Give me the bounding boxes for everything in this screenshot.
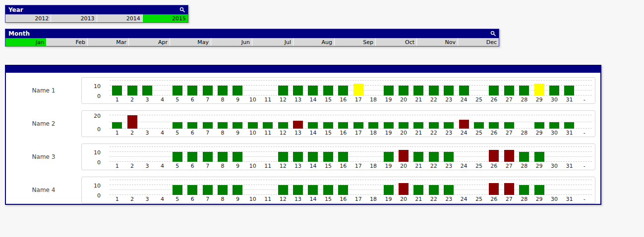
bar-day-21[interactable] [413,152,423,162]
bar-day-5[interactable] [173,152,182,162]
bar-day-5[interactable] [173,185,182,195]
bar-day-13[interactable] [293,86,303,95]
listbox-value-aug[interactable]: Aug [293,38,335,46]
bar-day-8[interactable] [218,86,228,95]
bar-day-7[interactable] [203,86,213,95]
listbox-value-nov[interactable]: Nov [417,38,458,46]
listbox-value-dec[interactable]: Dec [458,38,499,46]
bar-day-17[interactable] [353,84,363,95]
bar-day-12[interactable] [278,122,288,129]
listbox-value-oct[interactable]: Oct [376,38,417,46]
bar-day-6[interactable] [187,152,197,162]
bar-day-1[interactable] [112,86,122,95]
bar-day-15[interactable] [323,122,333,129]
bar-day-14[interactable] [308,86,318,95]
bar-day-20[interactable] [399,183,409,195]
bar-day-28[interactable] [519,185,529,195]
bar-day-31[interactable] [564,86,574,95]
bar-day-19[interactable] [384,185,394,195]
bar-day-16[interactable] [338,86,348,95]
bar-day-8[interactable] [218,185,228,195]
bar-day-22[interactable] [429,152,439,162]
bar-day-28[interactable] [519,152,529,162]
bar-day-22[interactable] [429,185,439,195]
bar-day-13[interactable] [293,121,303,129]
bar-day-15[interactable] [323,152,333,162]
listbox-value-2015[interactable]: 2015 [143,14,188,22]
bar-day-19[interactable] [384,86,394,95]
bar-day-20[interactable] [399,150,409,162]
bar-day-23[interactable] [444,86,454,95]
bar-day-9[interactable] [233,86,242,95]
bar-day-24[interactable] [459,86,469,95]
bar-day-2[interactable] [127,86,137,95]
bar-day-20[interactable] [399,122,409,129]
bar-day-8[interactable] [218,122,228,129]
bar-day-25[interactable] [474,122,484,129]
bar-day-5[interactable] [173,86,182,95]
bar-day-20[interactable] [399,86,409,95]
listbox-value-2012[interactable]: 2012 [5,14,51,22]
bar-day-27[interactable] [504,86,514,95]
bar-day-19[interactable] [384,152,394,162]
bar-day-7[interactable] [203,122,213,129]
bar-day-5[interactable] [173,122,182,129]
bar-day-29[interactable] [534,185,544,195]
chart-caption-bar[interactable] [6,66,600,73]
bar-day-29[interactable] [534,152,544,162]
listbox-value-jan[interactable]: Jan [5,38,47,46]
bar-day-31[interactable] [564,122,574,129]
bar-day-19[interactable] [384,122,394,129]
bar-day-23[interactable] [444,152,454,162]
bar-day-9[interactable] [233,122,242,129]
bar-day-29[interactable] [534,122,544,129]
listbox-value-feb[interactable]: Feb [47,38,88,46]
bar-day-17[interactable] [353,122,363,129]
listbox-value-may[interactable]: May [170,38,211,46]
bar-day-6[interactable] [187,185,197,195]
bar-day-9[interactable] [233,152,242,162]
bar-day-12[interactable] [278,86,288,95]
listbox-value-2013[interactable]: 2013 [51,14,97,22]
bar-day-18[interactable] [368,122,378,129]
listbox-value-apr[interactable]: Apr [129,38,170,46]
bar-day-6[interactable] [187,122,197,129]
listbox-value-sep[interactable]: Sep [335,38,376,46]
bar-day-12[interactable] [278,185,288,195]
bar-day-13[interactable] [293,152,303,162]
bar-day-14[interactable] [308,185,318,195]
bar-day-26[interactable] [489,183,499,195]
bar-day-6[interactable] [187,86,197,95]
bar-day-15[interactable] [323,185,333,195]
search-icon[interactable] [179,7,185,13]
bar-day-30[interactable] [549,86,559,95]
bar-day-1[interactable] [112,122,122,129]
listbox-value-jul[interactable]: Jul [252,38,293,46]
bar-day-14[interactable] [308,152,318,162]
bar-day-23[interactable] [444,122,454,129]
search-icon[interactable] [490,31,496,37]
year-listbox-caption[interactable]: Year [5,5,188,14]
bar-day-7[interactable] [203,152,213,162]
bar-day-11[interactable] [263,122,273,129]
bar-day-22[interactable] [429,122,439,129]
bar-day-7[interactable] [203,185,213,195]
bar-day-12[interactable] [278,152,288,162]
bar-day-28[interactable] [519,86,529,95]
bar-day-16[interactable] [338,122,348,129]
bar-day-27[interactable] [504,150,514,162]
bar-day-26[interactable] [489,150,499,162]
bar-day-21[interactable] [413,86,423,95]
bar-day-8[interactable] [218,152,228,162]
bar-day-16[interactable] [338,152,348,162]
bar-day-9[interactable] [233,185,242,195]
month-listbox-caption[interactable]: Month [5,29,499,38]
listbox-value-2014[interactable]: 2014 [97,14,143,22]
bar-day-21[interactable] [413,122,423,129]
bar-day-14[interactable] [308,122,318,129]
bar-day-10[interactable] [248,122,258,129]
listbox-value-mar[interactable]: Mar [88,38,129,46]
bar-day-2[interactable] [127,115,137,129]
bar-day-15[interactable] [323,86,333,95]
bar-day-21[interactable] [413,185,423,195]
